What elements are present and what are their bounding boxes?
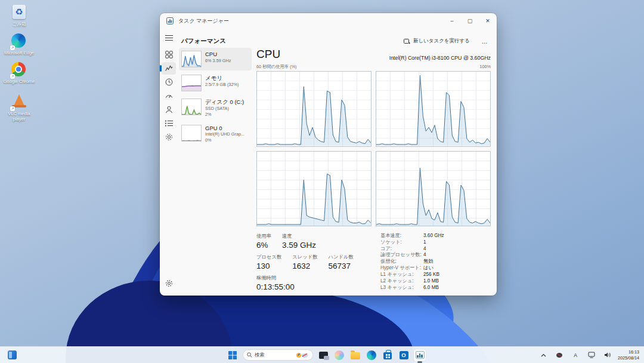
- minimize-button[interactable]: –: [443, 13, 461, 29]
- desktop-icon-chrome[interactable]: ↗ Google Chrome: [2, 62, 36, 85]
- performance-sidebar: CPU 6% 3.59 GHz メモリ 2.5/7.9 GB (32%) ディス…: [179, 48, 252, 147]
- task-view-button[interactable]: [317, 349, 329, 361]
- microsoft-store-icon: [383, 352, 392, 359]
- vlc-icon: [13, 94, 25, 107]
- nav-app-history[interactable]: [162, 76, 176, 88]
- shortcut-arrow-icon: ↗: [10, 45, 15, 50]
- network-icon: [588, 352, 595, 358]
- network-button[interactable]: [586, 349, 597, 361]
- file-explorer-icon: [351, 352, 360, 359]
- desktop-icon-edge[interactable]: ↗ Microsoft Edge: [2, 33, 36, 56]
- speed-label: 速度: [282, 233, 316, 239]
- cpu-stats-primary: 使用率 6% 速度 3.59 GHz プロセス数 130 スレッド数 1632 …: [256, 233, 376, 296]
- detail-label: ソケット:: [380, 239, 423, 246]
- sidebar-item-cpu[interactable]: CPU 6% 3.59 GHz: [179, 48, 252, 70]
- tray-app-button[interactable]: [553, 349, 565, 361]
- cpu-detail-panel: CPU Intel(R) Core(TM) i3-8100 CPU @ 3.60…: [256, 48, 491, 296]
- run-new-task-label: 新しいタスクを実行する: [413, 38, 470, 45]
- startup-gauge-icon: [165, 92, 173, 100]
- detail-label: L3 キャッシュ:: [380, 285, 423, 291]
- sidebar-item-gpu0[interactable]: GPU 0 Intel(R) UHD Grap... 0%: [179, 122, 252, 147]
- nav-startup-apps[interactable]: [162, 90, 176, 102]
- details-list-icon: [165, 120, 173, 127]
- outlook-button[interactable]: O: [398, 349, 410, 361]
- desktop-icon-recycle-bin[interactable]: ♻ ごみ箱: [2, 5, 36, 27]
- speaker-icon: [604, 352, 611, 358]
- detail-value: はい: [423, 265, 434, 272]
- edge-button[interactable]: [366, 349, 377, 361]
- detail-label: 論理プロセッサ数:: [380, 252, 423, 259]
- sidebar-item-subtitle: 2.5/7.9 GB (32%): [205, 82, 239, 88]
- detail-value: 1.0 MB: [423, 278, 439, 285]
- volume-button[interactable]: [602, 349, 614, 361]
- chevron-up-icon: [541, 353, 546, 357]
- cpu-stats-details: 基本速度:3.60 GHz ソケット:1 コア:4 論理プロセッサ数:4 仮想化…: [380, 233, 491, 296]
- widgets-button[interactable]: [6, 349, 18, 361]
- services-icon: [165, 133, 173, 141]
- memory-mini-chart: [181, 75, 202, 91]
- nav-processes[interactable]: [162, 48, 176, 61]
- desktop-icon-label: Microsoft Edge: [2, 51, 36, 56]
- sidebar-item-memory[interactable]: メモリ 2.5/7.9 GB (32%): [179, 72, 252, 94]
- run-new-task-button[interactable]: 新しいタスクを実行する: [400, 36, 474, 47]
- handles-label: ハンドル数: [329, 254, 354, 260]
- cpu-mini-chart: [181, 51, 202, 67]
- core-chart-1: [256, 71, 371, 147]
- settings-button[interactable]: [162, 277, 176, 290]
- store-button[interactable]: [382, 349, 394, 361]
- sidebar-item-subtitle: Intel(R) UHD Grap...: [205, 131, 244, 137]
- nav-users[interactable]: [162, 103, 176, 116]
- page-title: パフォーマンス: [181, 37, 226, 45]
- detail-label: 基本速度:: [380, 233, 423, 239]
- clock-time: 16:13: [618, 349, 639, 355]
- hamburger-icon: [165, 35, 173, 41]
- desktop-icon-vlc[interactable]: ↗ VLC media player: [2, 94, 36, 122]
- sidebar-item-subtitle: SSD (SATA): [205, 106, 244, 112]
- titlebar[interactable]: タスク マネージャー – ▢ ✕: [160, 13, 497, 29]
- start-button[interactable]: [227, 349, 239, 361]
- copilot-button[interactable]: [333, 349, 345, 361]
- gear-icon: [165, 279, 173, 287]
- widgets-icon: [8, 350, 17, 359]
- task-manager-window: タスク マネージャー – ▢ ✕ パフォーマンス 新しいタスクを実行する …: [160, 13, 497, 296]
- windows-logo-icon: [228, 351, 237, 359]
- sidebar-item-title: CPU: [205, 51, 231, 58]
- task-manager-taskbar-button[interactable]: [414, 349, 426, 361]
- taskbar-search[interactable]: 検索: [243, 349, 313, 361]
- disk-mini-chart: [181, 99, 202, 115]
- search-placeholder: 検索: [255, 352, 293, 358]
- detail-value: 4: [423, 252, 426, 259]
- core-chart-3: [256, 151, 371, 227]
- nav-rail: [160, 31, 178, 296]
- chart-axis-label: 60 秒間の使用率 (%): [256, 64, 296, 70]
- file-explorer-button[interactable]: [349, 349, 361, 361]
- task-manager-icon: [416, 351, 425, 359]
- search-highlights-icon: [296, 352, 309, 359]
- sidebar-item-disk0[interactable]: ディスク 0 (C:) SSD (SATA) 2%: [179, 96, 252, 121]
- copilot-icon: [335, 350, 344, 360]
- ime-mode-button[interactable]: A: [569, 349, 581, 361]
- menu-button[interactable]: [162, 32, 176, 44]
- detail-value: 256 KB: [423, 272, 439, 278]
- processes-icon: [165, 51, 173, 59]
- detail-label: L1 キャッシュ:: [380, 272, 423, 278]
- close-button[interactable]: ✕: [479, 13, 497, 29]
- nav-services[interactable]: [162, 131, 176, 143]
- recycle-bin-icon: ♻: [13, 5, 26, 19]
- nav-details[interactable]: [162, 117, 176, 130]
- tray-overflow-button[interactable]: [537, 349, 549, 361]
- taskbar-clock[interactable]: 16:13 2025/08/14: [618, 349, 639, 361]
- desktop-icon-label: VLC media player: [2, 112, 36, 122]
- maximize-button[interactable]: ▢: [461, 13, 479, 29]
- nav-performance[interactable]: [162, 62, 176, 75]
- desktop-icon-label: Google Chrome: [2, 79, 36, 85]
- processes-label: プロセス数: [256, 254, 281, 260]
- performance-icon: [165, 64, 173, 72]
- outlook-icon: O: [400, 351, 408, 359]
- more-options-button[interactable]: …: [478, 38, 492, 45]
- speed-value: 3.59 GHz: [282, 241, 316, 250]
- clock-date: 2025/08/14: [618, 355, 639, 361]
- usage-value: 6%: [256, 241, 271, 250]
- tray-device-icon: [556, 352, 563, 358]
- task-view-icon: [319, 352, 328, 359]
